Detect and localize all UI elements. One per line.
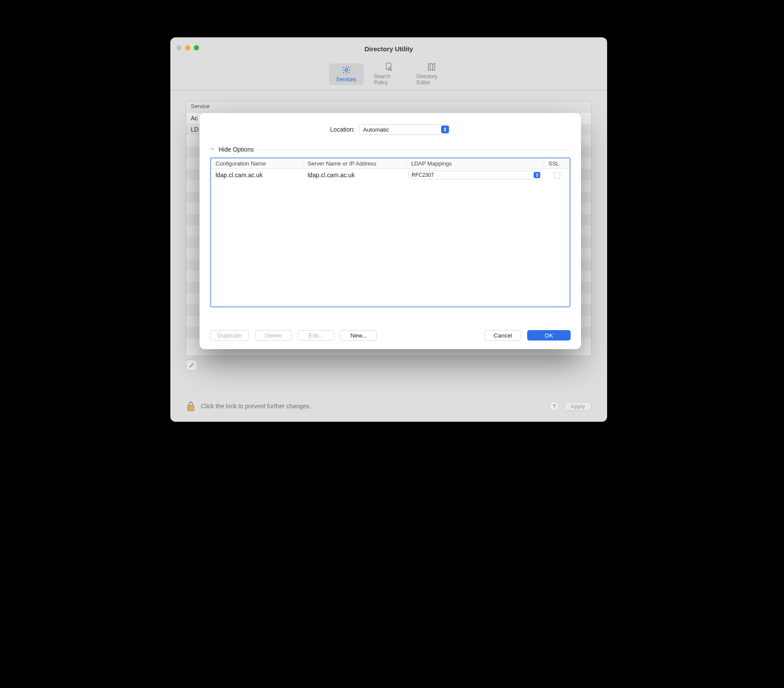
edit-service-button[interactable] (186, 360, 197, 371)
apply-button[interactable]: Apply (564, 402, 591, 411)
col-server[interactable]: Server Name or IP Address (303, 159, 407, 169)
close-window-button[interactable] (176, 45, 182, 50)
lock-hint: Click the lock to prevent further change… (201, 403, 311, 410)
hide-options-toggle[interactable]: Hide Options (210, 143, 571, 153)
map-icon (426, 62, 437, 72)
chevron-down-icon (210, 146, 215, 153)
location-label: Location: (330, 126, 355, 133)
document-search-icon (384, 62, 394, 72)
col-config-name[interactable]: Configuration Name (211, 159, 303, 169)
location-select[interactable]: Automatic (359, 124, 450, 135)
toolbar-search-policy[interactable]: Search Policy (372, 60, 406, 88)
footer: Click the lock to prevent further change… (186, 400, 591, 412)
hide-options-label: Hide Options (219, 146, 254, 153)
toolbar-services[interactable]: Services (329, 63, 364, 85)
location-value: Automatic (363, 126, 389, 133)
duplicate-button[interactable]: Duplicate (210, 330, 249, 341)
toolbar: Services Search Policy Directory Editor (170, 60, 607, 90)
ssl-checkbox[interactable] (554, 172, 560, 179)
lock-icon[interactable] (186, 400, 196, 412)
title-bar: Directory Utility (170, 37, 607, 60)
delete-button[interactable]: Delete (255, 330, 292, 341)
help-button[interactable]: ? (549, 401, 559, 411)
toolbar-directory-editor[interactable]: Directory Editor (414, 60, 449, 88)
svg-rect-3 (188, 405, 194, 411)
new-button[interactable]: New... (340, 330, 377, 341)
window-controls (176, 45, 199, 50)
svg-point-0 (345, 69, 348, 71)
config-name-cell: ldap.cl.cam.ac.uk (211, 172, 303, 179)
service-header: Service (186, 101, 591, 112)
toolbar-search-policy-label: Search Policy (374, 73, 404, 86)
updown-caret-icon (441, 126, 449, 133)
updown-caret-icon (534, 172, 540, 178)
col-mappings[interactable]: LDAP Mappings (407, 159, 544, 169)
toolbar-services-label: Services (336, 76, 356, 83)
pencil-icon (189, 363, 194, 368)
edit-button[interactable]: Edit... (298, 330, 334, 341)
col-ssl[interactable]: SSL (544, 159, 569, 169)
ldap-mapping-value: RFC2307 (412, 172, 434, 178)
config-table: Configuration Name Server Name or IP Add… (210, 157, 571, 308)
ldap-config-sheet: Location: Automatic Hide Options Configu… (199, 113, 581, 349)
config-table-header: Configuration Name Server Name or IP Add… (211, 159, 569, 169)
cancel-button[interactable]: Cancel (485, 330, 521, 341)
config-row[interactable]: ldap.cl.cam.ac.uk ldap.cl.cam.ac.uk RFC2… (211, 169, 569, 181)
window-title: Directory Utility (170, 45, 607, 53)
toolbar-directory-editor-label: Directory Editor (417, 73, 446, 86)
minimize-window-button[interactable] (185, 45, 190, 50)
ok-button[interactable]: OK (527, 330, 571, 341)
zoom-window-button[interactable] (194, 45, 199, 50)
server-cell: ldap.cl.cam.ac.uk (303, 172, 407, 179)
gear-icon (341, 65, 352, 75)
ldap-mapping-select[interactable]: RFC2307 (409, 171, 541, 179)
